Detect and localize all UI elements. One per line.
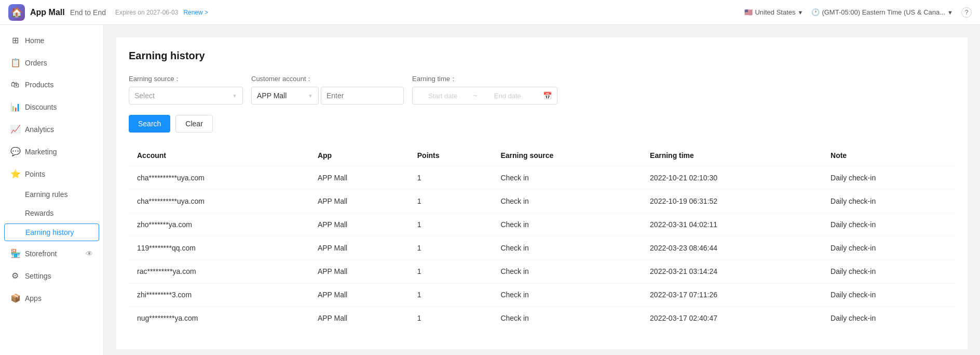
main-content: Earning history Earning source： Select ▼… — [104, 25, 980, 355]
renew-link[interactable]: Renew > — [183, 9, 208, 16]
cell-points: 1 — [409, 307, 493, 330]
col-account: Account — [129, 145, 309, 166]
cell-note: Daily check-in — [822, 236, 955, 260]
sidebar-sub-item-earning-rules[interactable]: Earning rules — [0, 185, 103, 204]
cell-app: APP Mall — [309, 283, 409, 307]
points-icon: ⭐ — [10, 169, 20, 179]
table-row: cha**********uya.com APP Mall 1 Check in… — [129, 190, 955, 213]
earning-source-select[interactable]: Select ▼ — [129, 87, 243, 104]
earning-rules-label: Earning rules — [25, 190, 68, 199]
table-header-row: Account App Points Earning source Earnin… — [129, 145, 955, 166]
table-row: rac*********ya.com APP Mall 1 Check in 2… — [129, 260, 955, 283]
app-name-label: App Mall — [30, 8, 65, 17]
table-row: 119********qq.com APP Mall 1 Check in 20… — [129, 236, 955, 260]
products-icon: 🛍 — [10, 80, 20, 89]
timezone-selector[interactable]: 🕐 (GMT-05:00) Eastern Time (US & Cana...… — [811, 8, 953, 16]
col-earning-source: Earning source — [492, 145, 642, 166]
orders-icon: 📋 — [10, 58, 20, 68]
sidebar-item-home[interactable]: ⊞ Home — [0, 29, 103, 51]
cell-app: APP Mall — [309, 213, 409, 236]
cell-earning-source: Check in — [492, 213, 642, 236]
customer-account-value: APP Mall — [257, 91, 287, 100]
earning-source-placeholder: Select — [134, 91, 155, 100]
filters-row: Earning source： Select ▼ Customer accoun… — [129, 74, 955, 104]
sidebar-item-discounts[interactable]: 📊 Discounts — [0, 96, 103, 118]
customer-account-label: Customer account： — [251, 74, 404, 84]
cell-earning-time: 2022-03-21 03:14:24 — [642, 260, 822, 283]
sidebar-item-marketing[interactable]: 💬 Marketing — [0, 140, 103, 163]
cell-points: 1 — [409, 260, 493, 283]
cell-account: cha**********uya.com — [129, 166, 309, 190]
cell-account: rac*********ya.com — [129, 260, 309, 283]
cell-earning-time: 2022-03-17 07:11:26 — [642, 283, 822, 307]
cell-account: zhi*********3.com — [129, 283, 309, 307]
timezone-chevron-icon: ▼ — [947, 9, 953, 16]
sidebar-item-settings[interactable]: ⚙ Settings — [0, 265, 103, 287]
cell-app: APP Mall — [309, 307, 409, 330]
cell-note: Daily check-in — [822, 260, 955, 283]
cell-earning-time: 2022-10-19 06:31:52 — [642, 190, 822, 213]
sidebar-item-analytics-label: Analytics — [25, 125, 54, 134]
analytics-icon: 📈 — [10, 124, 20, 134]
layout: ⊞ Home 📋 Orders 🛍 Products 📊 Discounts 📈… — [0, 25, 980, 355]
sidebar-item-storefront[interactable]: 🏪 Storefront 👁 — [0, 242, 103, 265]
date-range-picker[interactable]: Start date ~ End date 📅 — [412, 87, 557, 104]
col-app: App — [309, 145, 409, 166]
cell-earning-time: 2022-10-21 02:10:30 — [642, 166, 822, 190]
col-points: Points — [409, 145, 493, 166]
sidebar-sub-item-rewards[interactable]: Rewards — [0, 204, 103, 222]
customer-account-select[interactable]: APP Mall ▼ — [251, 87, 319, 104]
earning-source-filter: Earning source： Select ▼ — [129, 74, 243, 104]
start-date-placeholder: Start date — [413, 92, 473, 100]
sidebar-sub-item-earning-history[interactable]: Earning history — [4, 223, 99, 241]
earning-history-label: Earning history — [25, 228, 74, 236]
date-separator: ~ — [473, 91, 477, 100]
sidebar-item-marketing-label: Marketing — [25, 148, 57, 156]
app-subtitle-label: End to End — [70, 8, 106, 17]
cell-account: zho*******ya.com — [129, 213, 309, 236]
cell-earning-source: Check in — [492, 166, 642, 190]
cell-points: 1 — [409, 166, 493, 190]
cell-note: Daily check-in — [822, 213, 955, 236]
customer-account-input[interactable] — [321, 87, 404, 104]
cell-note: Daily check-in — [822, 190, 955, 213]
cell-app: APP Mall — [309, 166, 409, 190]
cell-app: APP Mall — [309, 236, 409, 260]
action-row: Search Clear — [129, 115, 955, 133]
home-icon: ⊞ — [10, 35, 20, 45]
cell-account: cha**********uya.com — [129, 190, 309, 213]
region-selector[interactable]: 🇺🇸 United States ▼ — [744, 8, 803, 16]
timezone-label: (GMT-05:00) Eastern Time (US & Cana... — [822, 8, 945, 16]
sidebar-item-products-label: Products — [25, 81, 53, 89]
clock-icon: 🕐 — [811, 8, 820, 16]
customer-account-chevron-icon: ▼ — [308, 93, 313, 99]
clear-button[interactable]: Clear — [175, 115, 212, 133]
sidebar-item-points-label: Points — [25, 170, 45, 178]
table-row: nug*********ya.com APP Mall 1 Check in 2… — [129, 307, 955, 330]
cell-note: Daily check-in — [822, 283, 955, 307]
sidebar-item-products[interactable]: 🛍 Products — [0, 74, 103, 96]
cell-earning-time: 2022-03-23 08:46:44 — [642, 236, 822, 260]
table-row: zhi*********3.com APP Mall 1 Check in 20… — [129, 283, 955, 307]
col-note: Note — [822, 145, 955, 166]
cell-earning-time: 2022-03-31 04:02:11 — [642, 213, 822, 236]
sidebar-item-points[interactable]: ⭐ Points — [0, 163, 103, 185]
cell-note: Daily check-in — [822, 307, 955, 330]
cell-app: APP Mall — [309, 190, 409, 213]
help-button[interactable]: ? — [961, 7, 972, 18]
eye-icon[interactable]: 👁 — [86, 249, 93, 258]
earning-time-filter: Earning time： Start date ~ End date 📅 — [412, 74, 557, 104]
rewards-label: Rewards — [25, 209, 53, 217]
sidebar-item-discounts-label: Discounts — [25, 103, 57, 111]
sidebar: ⊞ Home 📋 Orders 🛍 Products 📊 Discounts 📈… — [0, 25, 104, 355]
sidebar-item-apps[interactable]: 📦 Apps — [0, 287, 103, 309]
cell-points: 1 — [409, 213, 493, 236]
earning-history-table: Account App Points Earning source Earnin… — [129, 145, 955, 330]
sidebar-item-analytics[interactable]: 📈 Analytics — [0, 118, 103, 140]
sidebar-item-orders[interactable]: 📋 Orders — [0, 51, 103, 74]
search-button[interactable]: Search — [129, 115, 170, 133]
topbar-right: 🇺🇸 United States ▼ 🕐 (GMT-05:00) Eastern… — [744, 7, 972, 18]
earning-source-chevron-icon: ▼ — [232, 93, 237, 99]
storefront-icon: 🏪 — [10, 248, 20, 258]
customer-account-inputs: APP Mall ▼ — [251, 87, 404, 104]
